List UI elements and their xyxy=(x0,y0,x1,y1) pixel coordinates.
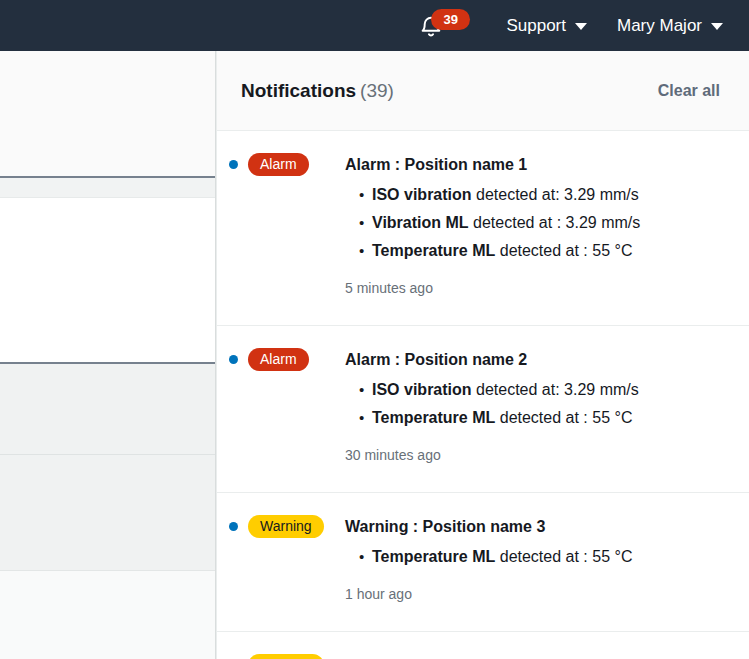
top-navigation-bar: 39 Support Mary Major xyxy=(0,0,749,51)
notification-details: Temperature ML detected at : 55 °C xyxy=(345,543,729,571)
notification-title: Alarm : Position name 2 xyxy=(345,348,729,371)
severity-badge: Alarm xyxy=(248,348,309,371)
background-section xyxy=(0,51,215,178)
notification-body: Alarm : Position name 1 ISO vibration de… xyxy=(345,153,729,298)
notification-detail: Temperature ML detected at : 55 °C xyxy=(345,404,729,432)
panel-count: (39) xyxy=(360,80,394,101)
notification-item[interactable]: Alarm Alarm : Position name 1 ISO vibrat… xyxy=(217,131,749,326)
notification-item[interactable]: Alarm Alarm : Position name 2 ISO vibrat… xyxy=(217,326,749,493)
notification-item[interactable]: Warning Warning : Position name 4 xyxy=(217,632,749,659)
chevron-down-icon xyxy=(575,23,587,30)
background-section xyxy=(0,198,215,364)
background-section xyxy=(0,364,215,455)
notification-detail: ISO vibration detected at: 3.29 mm/s xyxy=(345,181,729,209)
notification-detail: Temperature ML detected at : 55 °C xyxy=(345,237,729,265)
notification-timestamp: 30 minutes ago xyxy=(345,445,729,465)
notifications-list: Alarm Alarm : Position name 1 ISO vibrat… xyxy=(217,131,749,659)
severity-badge: Warning xyxy=(248,654,324,659)
notification-title: Alarm : Position name 1 xyxy=(345,153,729,176)
unread-indicator-dot xyxy=(229,522,238,531)
notification-detail: Vibration ML detected at : 3.29 mm/s xyxy=(345,209,729,237)
notification-body: Alarm : Position name 2 ISO vibration de… xyxy=(345,348,729,465)
notification-timestamp: 1 hour ago xyxy=(345,584,729,604)
severity-badge: Warning xyxy=(248,515,324,538)
notifications-panel-header: Notifications(39) Clear all xyxy=(217,51,749,131)
notification-body: Warning : Position name 3 Temperature ML… xyxy=(345,515,729,604)
notification-item[interactable]: Warning Warning : Position name 3 Temper… xyxy=(217,493,749,632)
notifications-heading: Notifications(39) xyxy=(241,80,394,102)
support-menu[interactable]: Support xyxy=(506,16,587,36)
notification-count-badge: 39 xyxy=(431,9,469,30)
notification-timestamp: 5 minutes ago xyxy=(345,278,729,298)
notifications-bell-button[interactable]: 39 xyxy=(418,13,444,39)
user-menu[interactable]: Mary Major xyxy=(617,16,723,36)
background-section xyxy=(0,571,215,659)
notifications-panel: Notifications(39) Clear all Alarm Alarm … xyxy=(216,51,749,659)
user-menu-label: Mary Major xyxy=(617,16,702,36)
panel-title: Notifications xyxy=(241,80,356,101)
notification-details: ISO vibration detected at: 3.29 mm/sTemp… xyxy=(345,376,729,432)
page-body: Notifications(39) Clear all Alarm Alarm … xyxy=(0,51,749,659)
unread-indicator-dot xyxy=(229,355,238,364)
background-section xyxy=(0,455,215,571)
unread-indicator-dot xyxy=(229,160,238,169)
notification-title: Warning : Position name 3 xyxy=(345,515,729,538)
notification-detail: ISO vibration detected at: 3.29 mm/s xyxy=(345,376,729,404)
notification-detail: Temperature ML detected at : 55 °C xyxy=(345,543,729,571)
clear-all-button[interactable]: Clear all xyxy=(658,82,720,100)
notification-title: Warning : Position name 4 xyxy=(345,654,729,659)
notification-details: ISO vibration detected at: 3.29 mm/sVibr… xyxy=(345,181,729,265)
chevron-down-icon xyxy=(711,23,723,30)
background-page xyxy=(0,51,216,659)
support-menu-label: Support xyxy=(506,16,566,36)
notification-body: Warning : Position name 4 xyxy=(345,654,729,659)
background-section xyxy=(0,178,215,198)
severity-badge: Alarm xyxy=(248,153,309,176)
